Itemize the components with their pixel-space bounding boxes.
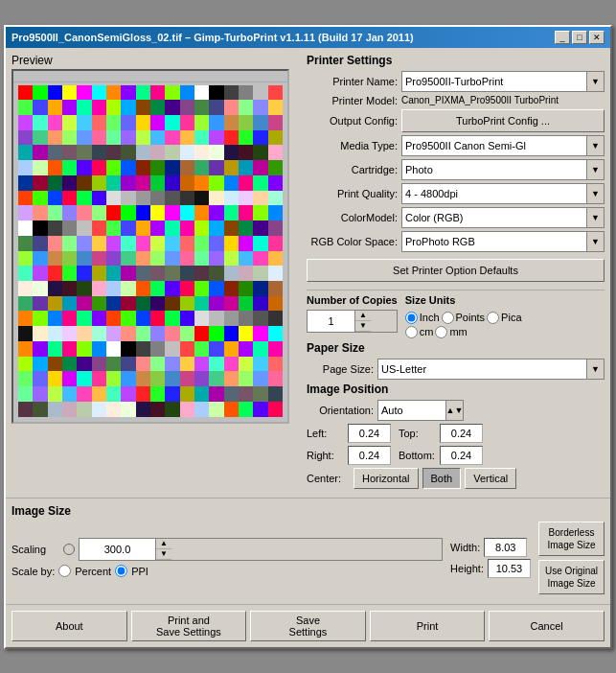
color-cell bbox=[165, 220, 179, 236]
color-cell bbox=[106, 85, 121, 101]
about-button[interactable]: About bbox=[11, 611, 127, 641]
color-cell bbox=[48, 130, 62, 146]
color-cell bbox=[121, 266, 135, 281]
color-cell bbox=[253, 311, 267, 326]
media-type-dropdown[interactable]: Pro9500II Canon Semi-Gl ▼ bbox=[401, 135, 605, 156]
cancel-button[interactable]: Cancel bbox=[489, 611, 605, 641]
color-cell bbox=[92, 386, 106, 402]
color-cell bbox=[165, 402, 179, 417]
color-cell bbox=[92, 266, 106, 281]
color-cell bbox=[239, 205, 253, 220]
scale-by-label: Scale by: bbox=[11, 566, 55, 577]
print-save-button[interactable]: Print and Save Settings bbox=[131, 611, 247, 641]
copies-spinner-buttons: ▲ ▼ bbox=[355, 311, 371, 332]
mm-radio[interactable] bbox=[435, 326, 447, 338]
page-size-dropdown[interactable]: US-Letter ▼ bbox=[377, 359, 605, 380]
cartridge-arrow[interactable]: ▼ bbox=[586, 160, 604, 179]
page-size-value: US-Letter bbox=[378, 363, 586, 375]
color-cell bbox=[209, 296, 223, 312]
color-cell bbox=[268, 326, 283, 341]
both-button[interactable]: Both bbox=[422, 468, 462, 489]
pica-radio[interactable] bbox=[487, 312, 499, 324]
color-model-dropdown[interactable]: Color (RGB) ▼ bbox=[401, 207, 605, 228]
bottom-input[interactable] bbox=[440, 446, 483, 465]
media-type-arrow[interactable]: ▼ bbox=[586, 136, 604, 155]
output-config-button[interactable]: TurboPrint Config ... bbox=[401, 109, 605, 132]
right-input[interactable] bbox=[348, 446, 391, 465]
color-cell bbox=[136, 145, 150, 160]
media-type-label: Media Type: bbox=[307, 140, 398, 151]
color-cell bbox=[62, 296, 77, 312]
color-cell bbox=[165, 175, 179, 191]
color-cell bbox=[136, 266, 150, 281]
points-radio[interactable] bbox=[442, 312, 454, 324]
cm-radio[interactable] bbox=[405, 326, 418, 338]
orientation-dropdown[interactable]: Auto ▲▼ bbox=[377, 400, 464, 421]
color-cell bbox=[224, 402, 239, 417]
color-model-arrow[interactable]: ▼ bbox=[586, 208, 604, 227]
borderless-image-size-button[interactable]: Borderless Image Size bbox=[538, 522, 605, 556]
printer-name-dropdown[interactable]: Pro9500II-TurboPrint ▼ bbox=[401, 71, 605, 92]
print-quality-dropdown[interactable]: 4 - 4800dpi ▼ bbox=[401, 183, 605, 204]
color-cell bbox=[106, 341, 121, 357]
color-cell bbox=[224, 160, 239, 175]
inch-radio[interactable] bbox=[405, 312, 418, 324]
color-cell bbox=[194, 115, 209, 130]
close-button[interactable]: ✕ bbox=[589, 31, 605, 44]
color-cell bbox=[136, 311, 150, 326]
copies-decrement[interactable]: ▼ bbox=[355, 321, 371, 332]
print-quality-arrow[interactable]: ▼ bbox=[586, 184, 604, 203]
page-size-arrow[interactable]: ▼ bbox=[586, 360, 604, 379]
color-cell bbox=[106, 115, 121, 130]
scaling-increment[interactable]: ▲ bbox=[156, 539, 171, 549]
width-input[interactable] bbox=[484, 538, 527, 557]
rgb-color-space-dropdown[interactable]: ProPhoto RGB ▼ bbox=[401, 231, 605, 252]
color-cell bbox=[48, 357, 62, 372]
scale-by-row: Scale by: Percent PPI bbox=[11, 565, 443, 577]
rgb-color-space-label: RGB Color Space: bbox=[307, 236, 398, 247]
orientation-arrow[interactable]: ▲▼ bbox=[445, 401, 463, 420]
ppi-radio[interactable] bbox=[115, 565, 127, 577]
horizontal-button[interactable]: Horizontal bbox=[354, 468, 419, 489]
scaling-decrement[interactable]: ▼ bbox=[156, 549, 171, 560]
minimize-button[interactable]: _ bbox=[555, 31, 570, 44]
color-cell bbox=[253, 386, 267, 402]
color-cell bbox=[253, 326, 267, 341]
cm-radio-group: cm mm bbox=[405, 326, 522, 338]
color-cell bbox=[62, 326, 77, 341]
color-cell bbox=[209, 160, 223, 175]
scaling-input[interactable] bbox=[80, 539, 156, 560]
color-cell bbox=[194, 205, 209, 220]
color-cell bbox=[239, 386, 253, 402]
percent-radio[interactable] bbox=[58, 565, 71, 577]
scaling-spinner: ▲ ▼ bbox=[79, 538, 443, 561]
maximize-button[interactable]: □ bbox=[572, 31, 587, 44]
color-cell bbox=[150, 251, 165, 267]
cartridge-dropdown[interactable]: Photo ▼ bbox=[401, 159, 605, 180]
orientation-row: Orientation: Auto ▲▼ bbox=[307, 400, 605, 421]
color-cell bbox=[92, 341, 106, 357]
printer-name-arrow[interactable]: ▼ bbox=[586, 72, 604, 91]
scaling-row: Scaling ▲ ▼ bbox=[11, 538, 443, 561]
height-input[interactable] bbox=[488, 559, 531, 578]
color-cell bbox=[209, 175, 223, 191]
left-input[interactable] bbox=[348, 424, 391, 443]
print-button[interactable]: Print bbox=[370, 611, 486, 641]
save-settings-button[interactable]: Save Settings bbox=[250, 611, 366, 641]
color-cell bbox=[62, 311, 77, 326]
color-cell bbox=[239, 85, 253, 101]
top-input[interactable] bbox=[440, 424, 483, 443]
color-cell bbox=[48, 191, 62, 206]
color-cell bbox=[33, 311, 47, 326]
color-cell bbox=[106, 175, 121, 191]
color-cell bbox=[239, 251, 253, 267]
rgb-color-space-arrow[interactable]: ▼ bbox=[586, 232, 604, 251]
copies-increment[interactable]: ▲ bbox=[355, 311, 371, 321]
copies-input[interactable] bbox=[308, 311, 355, 332]
color-cell bbox=[106, 266, 121, 281]
mm-label: mm bbox=[449, 326, 467, 337]
color-cell bbox=[62, 251, 77, 267]
set-defaults-button[interactable]: Set Printer Option Defaults bbox=[307, 259, 605, 282]
vertical-button[interactable]: Vertical bbox=[465, 468, 516, 489]
use-original-image-size-button[interactable]: Use Original Image Size bbox=[538, 560, 605, 594]
